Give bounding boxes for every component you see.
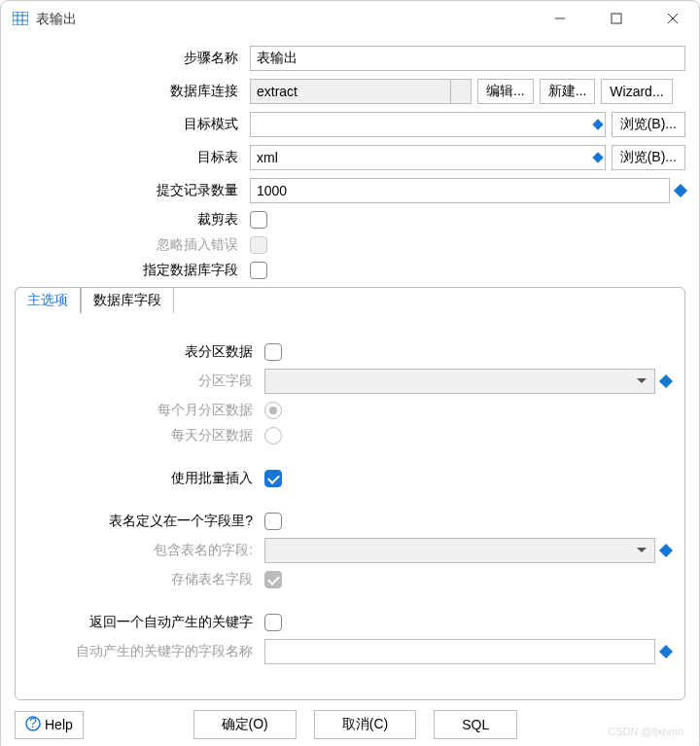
- dialog-footer: ? Help 确定(O) 取消(C) SQL: [1, 700, 699, 746]
- close-button[interactable]: [658, 12, 687, 28]
- form-content: 步骤名称 数据库连接 编辑... 新建... Wizard... 目标模式 浏览…: [1, 38, 699, 700]
- wizard-button[interactable]: Wizard...: [601, 79, 672, 104]
- store-tablename-label: 存储表名字段: [29, 571, 259, 588]
- help-button[interactable]: ? Help: [15, 711, 84, 739]
- fieldname-contains-table-label: 包含表名的字段:: [29, 542, 259, 559]
- monthly-partition-label: 每个月分区数据: [29, 402, 259, 419]
- truncate-label: 裁剪表: [15, 211, 244, 229]
- batch-insert-label: 使用批量插入: [29, 470, 259, 487]
- tablename-in-field-checkbox[interactable]: [264, 513, 282, 530]
- partition-data-label: 表分区数据: [29, 343, 259, 361]
- maximize-button[interactable]: [602, 12, 631, 28]
- db-connection-dropdown-button[interactable]: [450, 79, 472, 104]
- return-keys-label: 返回一个自动产生的关键字: [29, 614, 259, 631]
- variable-icon: [661, 376, 671, 386]
- new-connection-button[interactable]: 新建...: [540, 79, 596, 104]
- commit-size-label: 提交记录数量: [15, 182, 244, 199]
- db-connection-select[interactable]: [250, 79, 450, 104]
- autokeys-fieldname-label: 自动产生的关键字的字段名称: [29, 643, 259, 660]
- edit-connection-button[interactable]: 编辑...: [477, 79, 534, 104]
- variable-icon: [676, 186, 685, 195]
- target-schema-input[interactable]: [250, 112, 606, 137]
- db-connection-label: 数据库连接: [15, 83, 244, 100]
- autokeys-fieldname-input: [264, 639, 655, 664]
- partition-field-label: 分区字段: [29, 373, 259, 390]
- commit-size-input[interactable]: [250, 178, 670, 203]
- daily-partition-radio: [264, 427, 282, 444]
- target-table-input[interactable]: [250, 145, 606, 170]
- svg-rect-6: [612, 14, 621, 23]
- return-keys-checkbox[interactable]: [264, 614, 282, 631]
- target-schema-label: 目标模式: [15, 116, 244, 133]
- browse-schema-button[interactable]: 浏览(B)...: [612, 112, 685, 137]
- specify-fields-checkbox[interactable]: [250, 262, 267, 279]
- tablename-in-field-label: 表名定义在一个字段里?: [29, 513, 259, 530]
- tab-database-fields[interactable]: 数据库字段: [81, 287, 174, 313]
- truncate-checkbox[interactable]: [250, 211, 267, 229]
- step-name-label: 步骤名称: [15, 50, 244, 67]
- ok-button[interactable]: 确定(O): [193, 710, 297, 739]
- sql-button[interactable]: SQL: [434, 710, 517, 739]
- help-label: Help: [45, 717, 73, 732]
- partition-field-select: [264, 369, 655, 394]
- fieldname-contains-table-select: [264, 538, 655, 563]
- variable-icon: [661, 647, 671, 657]
- help-icon: ?: [25, 716, 41, 734]
- variable-icon: [661, 546, 671, 555]
- window-title: 表输出: [36, 11, 545, 28]
- svg-text:?: ?: [29, 716, 37, 730]
- target-table-label: 目标表: [15, 149, 244, 166]
- monthly-partition-radio: [264, 402, 282, 419]
- table-output-icon: [13, 12, 28, 28]
- titlebar: 表输出: [1, 1, 699, 38]
- batch-insert-checkbox[interactable]: [264, 470, 282, 487]
- dialog-window: 表输出 步骤名称 数据库连接 编辑... 新建... W: [0, 0, 700, 746]
- store-tablename-checkbox: [264, 571, 282, 588]
- step-name-input[interactable]: [250, 46, 685, 71]
- ignore-errors-checkbox: [250, 236, 267, 254]
- partition-data-checkbox[interactable]: [264, 343, 282, 361]
- ignore-errors-label: 忽略插入错误: [15, 236, 244, 254]
- browse-table-button[interactable]: 浏览(B)...: [612, 145, 685, 170]
- daily-partition-label: 每天分区数据: [29, 427, 259, 444]
- specify-fields-label: 指定数据库字段: [15, 262, 244, 279]
- tabs-container: 主选项 数据库字段 表分区数据 分区字段 每个月分区数据: [15, 287, 685, 700]
- minimize-button[interactable]: [545, 12, 575, 28]
- tab-body: 表分区数据 分区字段 每个月分区数据 每天分区数据 使用批: [16, 314, 684, 699]
- cancel-button[interactable]: 取消(C): [314, 710, 416, 739]
- svg-rect-0: [13, 12, 28, 25]
- tab-main[interactable]: 主选项: [15, 287, 81, 314]
